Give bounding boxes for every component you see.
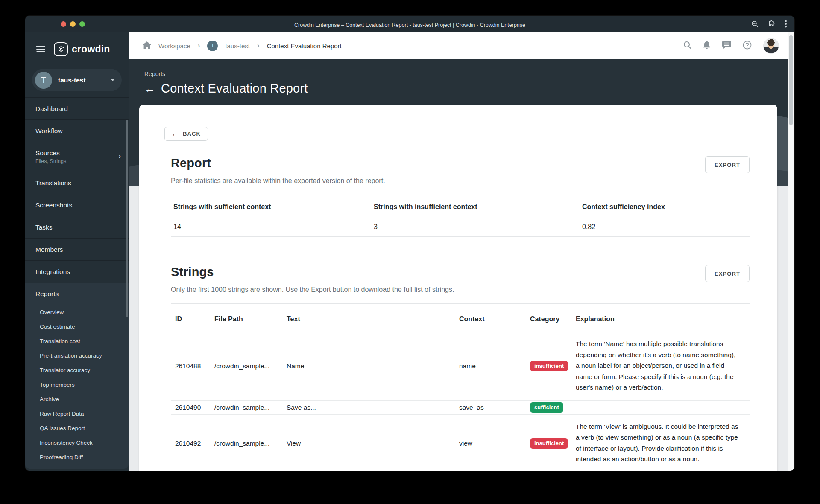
chevron-down-icon [111, 79, 115, 81]
cell-id: 2610490 [171, 404, 210, 411]
table-row: 2610492 /crowdin_sample... View view ins… [171, 415, 750, 471]
cell-file-path: /crowdin_sample... [210, 362, 282, 370]
project-selector[interactable]: T taus-test [32, 69, 122, 91]
sidebar-report-subitem[interactable]: Top members [25, 377, 129, 392]
kebab-menu-icon[interactable] [785, 20, 787, 28]
sources-subtitle: Files, Strings [35, 158, 66, 164]
sidebar-report-subitem[interactable]: Pre-translation accuracy [25, 348, 129, 363]
search-icon[interactable] [683, 41, 691, 51]
cell-file-path: /crowdin_sample... [210, 404, 282, 411]
page-title: Context Evaluation Report [161, 82, 308, 96]
stats-value-index: 0.82 [580, 217, 750, 236]
close-window-button[interactable] [61, 21, 66, 27]
category-badge: sufficient [530, 402, 563, 413]
cell-text: Name [282, 362, 455, 370]
sidebar-item-sources[interactable]: Sources Files, Strings › [25, 142, 129, 172]
sidebar-report-subitem[interactable]: Translation cost [25, 334, 129, 348]
chevron-right-icon: › [119, 152, 121, 160]
sidebar-item-workflow[interactable]: Workflow [25, 119, 129, 142]
category-badge: insufficient [530, 438, 568, 449]
arrow-left-icon: ← [172, 130, 179, 138]
page-header-eyebrow: Reports [144, 70, 794, 77]
report-section-subtitle: Per-file statistics are available within… [171, 177, 750, 185]
user-avatar[interactable] [763, 38, 779, 54]
sidebar-report-subitem[interactable]: QA Issues Report [25, 421, 129, 435]
maximize-window-button[interactable] [79, 21, 85, 27]
browser-tab-title: Crowdin Enterprise – Context Evaluation … [25, 20, 794, 28]
strings-table: ID File Path Text Context Category Expla… [171, 303, 750, 471]
main-area: Workspace › T taus-test › Context Evalua… [129, 32, 794, 471]
stats-col-sufficient: Strings with sufficient context [171, 197, 371, 217]
sidebar-report-subitem[interactable]: Raw Report Data [25, 406, 129, 421]
cell-category: insufficient [526, 361, 571, 371]
sidebar-item-members[interactable]: Members [25, 238, 129, 260]
sidebar-item-translations[interactable]: Translations [25, 172, 129, 194]
stats-value-sufficient: 14 [171, 217, 371, 236]
sidebar-report-subitem[interactable]: Proofreading Diff [25, 450, 129, 464]
strings-table-body: 2610488 /crowdin_sample... Name name ins… [171, 332, 750, 471]
hamburger-menu-icon[interactable] [36, 44, 45, 54]
sidebar-item-reports[interactable]: Reports [25, 283, 129, 305]
stats-col-index: Context sufficiency index [580, 197, 750, 217]
cell-category: sufficient [526, 402, 571, 413]
cell-text: Save as... [282, 404, 455, 411]
report-stats-table: Strings with sufficient context Strings … [171, 197, 750, 237]
back-arrow-icon[interactable]: ← [144, 83, 155, 94]
sidebar-scrollbar[interactable] [126, 120, 128, 317]
sidebar-report-subitem[interactable]: Archive [25, 392, 129, 406]
report-card: ← BACK Report EXPORT Per-file statistics… [139, 105, 777, 471]
home-icon[interactable] [143, 41, 151, 50]
cell-explanation: The term 'View' is ambiguous. It could b… [571, 415, 739, 471]
project-avatar: T [35, 72, 52, 89]
sidebar-item-tasks[interactable]: Tasks [25, 216, 129, 238]
crowdin-wordmark: crowdin [72, 44, 110, 55]
traffic-lights [61, 16, 85, 32]
help-icon[interactable] [743, 41, 752, 51]
category-badge: insufficient [530, 361, 568, 371]
sidebar-item-dashboard[interactable]: Dashboard [25, 97, 129, 119]
cell-explanation: The term 'Name' has multiple possible tr… [571, 332, 739, 400]
cell-id: 2610492 [171, 440, 210, 447]
strings-section-title: Strings [171, 265, 214, 279]
breadcrumb-project-avatar[interactable]: T [207, 41, 218, 51]
sidebar-item-screenshots[interactable]: Screenshots [25, 194, 129, 216]
chevron-right-icon: › [257, 41, 260, 50]
cell-context: save_as [455, 404, 526, 411]
cell-id: 2610488 [171, 362, 210, 370]
crowdin-logo[interactable]: crowdin [54, 42, 110, 56]
sidebar-item-integrations[interactable]: Integrations [25, 260, 129, 283]
breadcrumb-workspace[interactable]: Workspace [158, 42, 190, 50]
stats-col-insufficient: Strings with insufficient context [371, 197, 580, 217]
report-export-button[interactable]: EXPORT [705, 156, 750, 173]
top-navigation-bar: Workspace › T taus-test › Context Evalua… [129, 32, 794, 59]
sidebar-report-subitem[interactable]: Translator accuracy [25, 363, 129, 377]
back-button[interactable]: ← BACK [164, 127, 208, 141]
cell-context: view [455, 440, 526, 447]
report-section-title: Report [171, 156, 211, 170]
cell-context: name [455, 362, 526, 370]
sidebar-report-subitem[interactable]: Inconsistency Check [25, 435, 129, 450]
sidebar: crowdin T taus-test Dashboard Workflow S… [25, 32, 129, 471]
reports-subitems: Overview Cost estimate Translation cost … [25, 305, 129, 464]
chevron-right-icon: › [198, 41, 200, 50]
sidebar-report-subitem[interactable]: Overview [25, 305, 129, 319]
sidebar-report-subitem[interactable]: Cost estimate [25, 319, 129, 334]
cell-text: View [282, 440, 455, 447]
stats-value-insufficient: 3 [371, 217, 580, 236]
page-scrollbar[interactable] [788, 32, 794, 471]
page-scrollbar-thumb[interactable] [789, 35, 793, 125]
breadcrumb: Workspace › T taus-test › Context Evalua… [143, 41, 342, 51]
breadcrumb-project[interactable]: taus-test [225, 42, 250, 50]
browser-titlebar: Crowdin Enterprise – Context Evaluation … [25, 16, 794, 32]
strings-table-header: ID File Path Text Context Category Expla… [171, 304, 750, 332]
zoom-icon[interactable] [751, 20, 758, 28]
minimize-window-button[interactable] [70, 21, 76, 27]
cell-category: insufficient [526, 438, 571, 449]
messages-icon[interactable] [722, 41, 731, 51]
cell-file-path: /crowdin_sample... [210, 440, 282, 447]
sidebar-reports-section: Reports Overview Cost estimate Translati… [25, 283, 129, 469]
notifications-bell-icon[interactable] [703, 41, 711, 51]
breadcrumb-current-page: Context Evaluation Report [267, 42, 342, 50]
extensions-icon[interactable] [768, 20, 776, 28]
strings-export-button[interactable]: EXPORT [705, 265, 750, 282]
